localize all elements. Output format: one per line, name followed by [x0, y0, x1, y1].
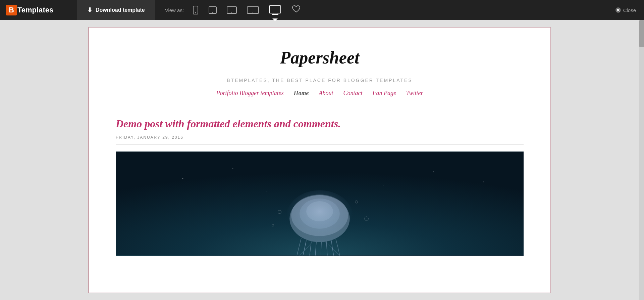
view-icons-group — [191, 4, 283, 16]
view-mobile-button[interactable] — [191, 4, 201, 16]
close-label: Close — [623, 7, 636, 13]
desktop-icon — [269, 5, 281, 15]
blog-nav: Portfolio Blogger templates Home About C… — [116, 90, 524, 97]
toolbar: B Templates ⬇ Download template View as: — [0, 0, 644, 20]
logo-area: B Templates — [0, 0, 77, 20]
svg-point-21 — [266, 191, 267, 192]
svg-rect-8 — [269, 6, 281, 13]
preview-container: Papersheet BTEMPLATES, THE BEST PLACE FO… — [0, 20, 639, 300]
close-icon — [615, 7, 621, 13]
favorite-button[interactable] — [290, 4, 303, 16]
view-tablet-lg-button[interactable] — [245, 5, 261, 15]
download-label: Download template — [96, 7, 145, 13]
svg-point-3 — [212, 12, 213, 13]
mobile-icon — [193, 6, 199, 14]
svg-point-7 — [253, 12, 253, 13]
svg-point-17 — [232, 168, 233, 169]
blog-title: Papersheet — [116, 48, 524, 68]
view-tablet-sm-button[interactable] — [207, 5, 219, 15]
logo-text: Templates — [17, 6, 53, 14]
post-date: FRIDAY, JANUARY 29, 2016 — [116, 135, 524, 145]
view-as-section: View as: — [155, 4, 607, 16]
blog-post: Demo post with formatted elements and co… — [89, 117, 550, 256]
preview-frame: Papersheet BTEMPLATES, THE BEST PLACE FO… — [88, 27, 551, 293]
blog-subtitle: BTEMPLATES, THE BEST PLACE FOR BLOGGER T… — [116, 78, 524, 83]
download-icon: ⬇ — [87, 6, 92, 14]
nav-portfolio[interactable]: Portfolio Blogger templates — [216, 90, 283, 97]
nav-home[interactable]: Home — [293, 90, 309, 97]
svg-point-5 — [231, 12, 232, 13]
nav-twitter[interactable]: Twitter — [406, 90, 423, 97]
tablet-lg-icon — [247, 6, 259, 14]
svg-point-20 — [483, 181, 484, 182]
download-template-button[interactable]: ⬇ Download template — [77, 0, 155, 20]
svg-point-19 — [433, 171, 434, 172]
post-image — [116, 152, 524, 256]
tablet-sm-icon — [209, 6, 217, 14]
blog-header: Papersheet BTEMPLATES, THE BEST PLACE FO… — [89, 28, 550, 117]
logo-b-letter: B — [6, 5, 17, 15]
svg-point-1 — [195, 12, 196, 13]
view-as-label: View as: — [165, 7, 184, 13]
close-button[interactable]: Close — [607, 0, 644, 20]
tablet-icon — [227, 6, 237, 14]
post-title: Demo post with formatted elements and co… — [116, 117, 524, 131]
svg-point-16 — [182, 178, 183, 179]
nav-contact[interactable]: Contact — [343, 90, 362, 97]
heart-icon — [292, 5, 301, 13]
view-tablet-button[interactable] — [225, 5, 239, 15]
view-desktop-button[interactable] — [267, 4, 283, 16]
nav-about[interactable]: About — [319, 90, 333, 97]
nav-fanpage[interactable]: Fan Page — [372, 90, 396, 97]
svg-point-18 — [383, 185, 383, 185]
post-image-svg — [116, 152, 524, 256]
svg-point-26 — [286, 190, 353, 244]
